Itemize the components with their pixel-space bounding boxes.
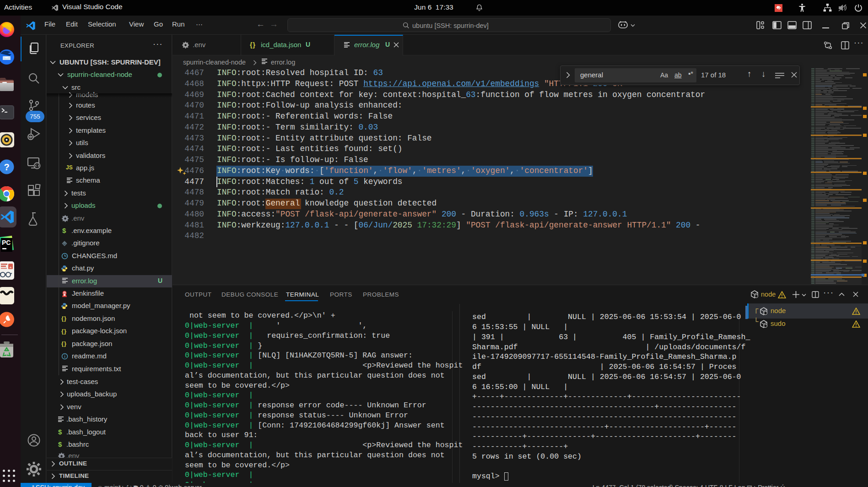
svg-text:PC: PC (2, 239, 11, 246)
svg-text:?: ? (4, 162, 9, 172)
